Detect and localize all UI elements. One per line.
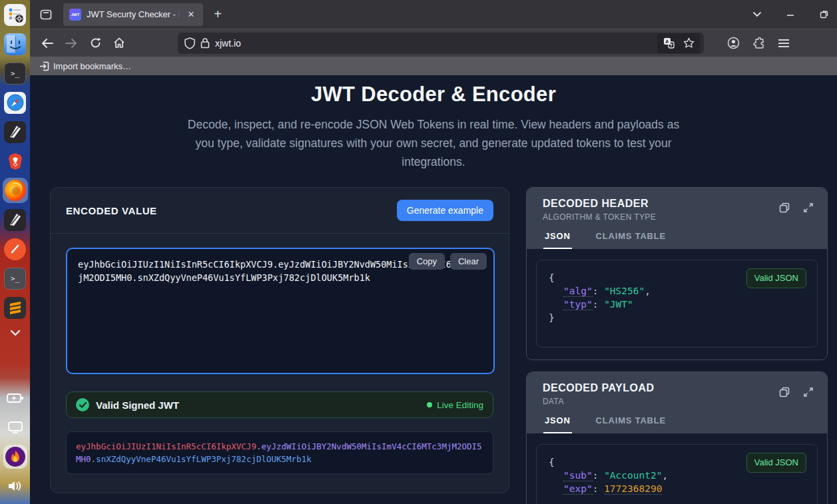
- firefox-window: JWT JWT Securty Checker - De ✕ +: [30, 0, 837, 504]
- system-settings-icon: [4, 4, 26, 26]
- url-text: xjwt.io: [215, 38, 652, 49]
- dock-item-chevron[interactable]: [0, 322, 30, 344]
- dock-item-firefox[interactable]: [0, 176, 30, 205]
- window-controls: [749, 0, 832, 29]
- tab-title-fade: [172, 3, 187, 26]
- header-json-panel: Valid JSON { "alg": "HS256", "typ": "JWT…: [536, 260, 818, 348]
- dock-item-terminal-2[interactable]: >_: [0, 264, 30, 293]
- import-bookmarks-label[interactable]: Import bookmarks…: [53, 61, 131, 71]
- macos-dock: >_: [0, 0, 30, 504]
- tracking-shield-icon[interactable]: [184, 37, 195, 49]
- finder-icon: [4, 33, 26, 55]
- dock-item-flame[interactable]: [0, 442, 30, 471]
- valid-json-badge: Valid JSON: [746, 453, 806, 473]
- generate-example-button[interactable]: Generate example: [397, 200, 493, 221]
- dock-item-display[interactable]: [0, 413, 30, 442]
- dock-item-freeform-pen[interactable]: [0, 234, 30, 264]
- dock-item-battery[interactable]: [0, 383, 30, 413]
- token-dot: .: [91, 454, 97, 464]
- lock-icon[interactable]: [200, 37, 210, 49]
- flame-highlight: [3, 445, 27, 469]
- url-bar[interactable]: xjwt.io A: [178, 33, 704, 54]
- decoded-payload-card: DECODED PAYLOAD DATA: [526, 372, 828, 504]
- forward-icon[interactable]: [61, 33, 82, 54]
- terminal-icon-2: >_: [4, 268, 26, 290]
- decoded-header-subtitle: ALGORITHM & TOKEN TYPE: [543, 212, 811, 222]
- safari-icon: [4, 92, 26, 114]
- extensions-puzzle-icon[interactable]: [748, 33, 769, 54]
- decoded-payload-title: DECODED PAYLOAD: [543, 382, 811, 394]
- reload-icon[interactable]: [85, 33, 106, 54]
- colored-token-view: eyJhbGciOiJIUzI1NiIsInR5cCI6IkpXVCJ9.eyJ…: [66, 431, 493, 474]
- valid-check-icon: [76, 398, 89, 411]
- dock-item-sublime-text[interactable]: [0, 293, 30, 322]
- toolbar-right-icons: [722, 33, 794, 54]
- dock-item-bell[interactable]: [0, 501, 30, 504]
- card-divider: [51, 233, 509, 234]
- token-header-segment: eyJhbGciOiJIUzI1NiIsInR5cCI6IkpXVCJ9: [76, 441, 256, 451]
- copy-icon[interactable]: [778, 201, 791, 214]
- decoded-payload-subtitle: DATA: [543, 397, 811, 406]
- bookmark-star-icon[interactable]: [680, 35, 697, 52]
- freeform-pen-icon: [4, 238, 26, 260]
- dock-item-safari[interactable]: [0, 88, 30, 117]
- browser-tab[interactable]: JWT JWT Securty Checker - De ✕: [63, 3, 203, 26]
- volume-icon: [7, 480, 23, 492]
- notes-icon-2: [4, 209, 26, 231]
- brave-icon: [4, 150, 26, 172]
- display-icon: [7, 421, 23, 434]
- dock-item-terminal[interactable]: >_: [0, 59, 30, 88]
- sublime-text-icon: [4, 297, 26, 319]
- page-subtitle: Decode, inspect, and re-encode JSON Web …: [180, 115, 687, 171]
- minimize-icon[interactable]: [782, 4, 798, 25]
- dock-chevron-down-icon: [10, 330, 21, 336]
- decoded-column: DECODED HEADER ALGORITHM & TOKEN TYPE: [526, 187, 828, 504]
- back-icon[interactable]: [37, 33, 58, 54]
- bookmarks-bar: Import bookmarks…: [30, 57, 837, 75]
- tab-title: JWT Securty Checker - De: [87, 9, 179, 19]
- translate-icon[interactable]: A: [660, 35, 677, 52]
- clear-button[interactable]: Clear: [450, 253, 487, 270]
- import-bookmarks-icon: [39, 61, 49, 71]
- new-tab-button[interactable]: +: [207, 4, 228, 25]
- payload-json-panel: Valid JSON { "sub": "Account2", "exp": 1…: [536, 444, 818, 504]
- notes-icon: [4, 121, 26, 143]
- json-open-brace: {: [549, 272, 555, 283]
- dock-item-volume[interactable]: [0, 471, 30, 501]
- account-icon[interactable]: [722, 33, 744, 54]
- page-content: JWT Decoder & Encoder Decode, inspect, a…: [30, 75, 837, 504]
- live-editing-dot: [427, 402, 432, 407]
- tab-json[interactable]: JSON: [543, 231, 572, 249]
- dock-item-brave[interactable]: [0, 146, 30, 176]
- valid-json-badge: Valid JSON: [746, 268, 806, 288]
- menu-hamburger-icon[interactable]: [773, 33, 794, 54]
- dock-spacer: [0, 344, 30, 383]
- navigation-toolbar: xjwt.io A: [30, 29, 837, 57]
- battery-icon: [7, 393, 24, 403]
- expand-icon[interactable]: [802, 385, 815, 399]
- copy-button[interactable]: Copy: [409, 253, 445, 270]
- terminal-icon: >_: [4, 63, 26, 85]
- copy-icon[interactable]: [778, 385, 791, 399]
- json-row: "exp": 1772368290: [549, 482, 805, 495]
- urlbar-actions: A: [657, 33, 700, 53]
- jwt-status-bar: Valid Signed JWT Live Editing: [66, 391, 493, 418]
- token-signature-segment: snXZdQyyVneP46Vu1sYfLWP3Pxj782cjDlOUK5Mr…: [96, 454, 312, 464]
- home-icon[interactable]: [109, 33, 130, 54]
- dock-item-notes[interactable]: [0, 117, 30, 146]
- dock-item-finder[interactable]: [0, 29, 30, 59]
- json-open-brace: {: [549, 457, 555, 467]
- expand-icon[interactable]: [802, 201, 815, 214]
- tab-claims-table[interactable]: CLAIMS TABLE: [595, 415, 667, 433]
- decoded-header-card: DECODED HEADER ALGORITHM & TOKEN TYPE: [526, 187, 828, 360]
- tab-claims-table[interactable]: CLAIMS TABLE: [595, 231, 667, 249]
- restore-window-icon[interactable]: [816, 4, 832, 25]
- tab-json[interactable]: JSON: [543, 415, 572, 433]
- dock-item-system-settings[interactable]: [0, 0, 30, 29]
- flame-icon: [5, 447, 25, 467]
- firefox-view-icon[interactable]: [35, 4, 57, 25]
- dock-item-notes-2[interactable]: [0, 205, 30, 234]
- list-tabs-chevron-icon[interactable]: [749, 4, 765, 25]
- page-title: JWT Decoder & Encoder: [30, 83, 837, 107]
- encoded-value-heading: ENCODED VALUE: [66, 205, 157, 216]
